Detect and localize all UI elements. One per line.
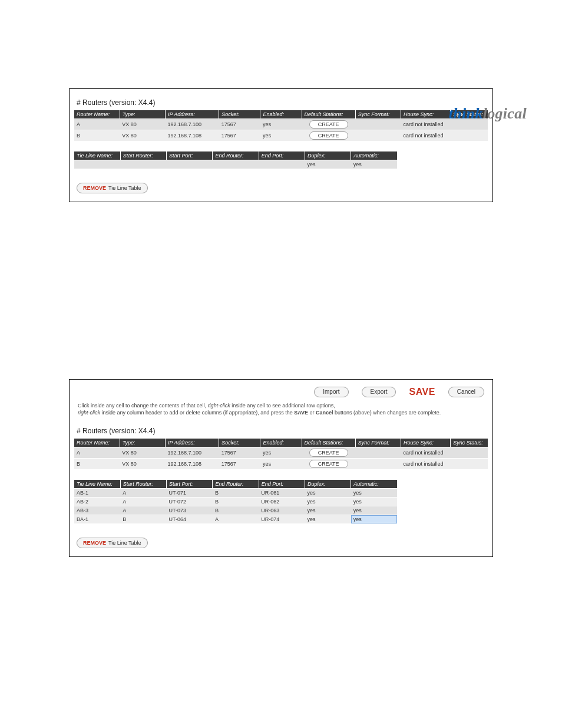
col-start-router[interactable]: Start Router: bbox=[120, 151, 166, 160]
cell-duplex[interactable]: yes bbox=[305, 506, 351, 515]
col-automatic[interactable]: Automatic: bbox=[351, 480, 397, 489]
col-tieline-name[interactable]: Tie Line Name: bbox=[74, 151, 120, 160]
cell-sync-status[interactable] bbox=[451, 447, 488, 459]
cell-router-socket[interactable]: 17567 bbox=[219, 459, 260, 470]
col-duplex[interactable]: Duplex: bbox=[305, 480, 351, 489]
cancel-button[interactable]: Cancel bbox=[448, 387, 484, 397]
cell-router-socket[interactable]: 17567 bbox=[219, 447, 260, 459]
cell-house-sync[interactable]: card not installed bbox=[401, 119, 451, 130]
routers-header-row[interactable]: Router Name: Type: IP Address: Socket: E… bbox=[74, 110, 488, 119]
cell-router-ip[interactable]: 192.168.7.100 bbox=[165, 119, 219, 130]
cell-router-socket[interactable]: 17567 bbox=[219, 119, 260, 130]
create-button[interactable]: CREATE bbox=[309, 460, 348, 468]
col-router-name[interactable]: Router Name: bbox=[74, 110, 120, 119]
import-button[interactable]: Import bbox=[314, 387, 348, 397]
col-start-router[interactable]: Start Router: bbox=[120, 480, 166, 489]
cell-automatic-selected[interactable]: yes bbox=[351, 515, 397, 524]
cell-tieline-name[interactable]: AB-1 bbox=[74, 489, 120, 498]
cell-router-ip[interactable]: 192.168.7.100 bbox=[165, 447, 219, 459]
create-button[interactable]: CREATE bbox=[309, 120, 348, 129]
cell-sync-format[interactable] bbox=[355, 119, 401, 130]
cell-house-sync[interactable]: card not installed bbox=[401, 130, 451, 141]
cell-tieline-name[interactable] bbox=[74, 160, 120, 169]
col-sync-status[interactable]: Sync Status: bbox=[451, 439, 488, 447]
cell-start-router[interactable]: B bbox=[120, 515, 166, 524]
col-enabled[interactable]: Enabled: bbox=[260, 439, 302, 447]
col-enabled[interactable]: Enabled: bbox=[260, 110, 302, 119]
cell-sync-format[interactable] bbox=[355, 447, 401, 459]
cell-start-router[interactable] bbox=[120, 160, 166, 169]
col-type[interactable]: Type: bbox=[120, 110, 165, 119]
cell-router-type[interactable]: VX 80 bbox=[120, 130, 165, 141]
router-row[interactable]: B VX 80 192.168.7.108 17567 yes CREATE c… bbox=[74, 130, 488, 141]
cell-sync-format[interactable] bbox=[355, 459, 401, 470]
col-ip[interactable]: IP Address: bbox=[165, 439, 219, 447]
cell-router-name[interactable]: A bbox=[74, 447, 120, 459]
cell-automatic[interactable]: yes bbox=[351, 160, 397, 169]
cell-tieline-name[interactable]: AB-3 bbox=[74, 506, 120, 515]
cell-end-router[interactable]: A bbox=[213, 515, 259, 524]
cell-duplex[interactable]: yes bbox=[305, 160, 351, 169]
cell-router-name[interactable]: B bbox=[74, 130, 120, 141]
cell-duplex[interactable]: yes bbox=[305, 498, 351, 506]
cell-start-port[interactable]: UT-073 bbox=[167, 506, 213, 515]
cell-duplex[interactable]: yes bbox=[305, 489, 351, 498]
cell-router-enabled[interactable]: yes bbox=[260, 119, 302, 130]
cell-default-stations[interactable]: CREATE bbox=[302, 459, 355, 470]
cell-router-enabled[interactable]: yes bbox=[260, 447, 302, 459]
cell-end-port[interactable] bbox=[259, 160, 305, 169]
cell-start-port[interactable]: UT-064 bbox=[167, 515, 213, 524]
create-button[interactable]: CREATE bbox=[309, 131, 348, 140]
col-sync-format[interactable]: Sync Format: bbox=[355, 110, 401, 119]
cell-duplex[interactable]: yes bbox=[305, 515, 351, 524]
create-button[interactable]: CREATE bbox=[309, 449, 348, 457]
col-end-router[interactable]: End Router: bbox=[213, 151, 259, 160]
col-automatic[interactable]: Automatic: bbox=[351, 151, 397, 160]
col-socket[interactable]: Socket: bbox=[219, 439, 260, 447]
col-house-sync[interactable]: House Sync: bbox=[401, 110, 451, 119]
cell-end-router[interactable]: B bbox=[213, 489, 259, 498]
col-end-router[interactable]: End Router: bbox=[213, 480, 259, 489]
cell-start-router[interactable]: A bbox=[120, 489, 166, 498]
cell-router-enabled[interactable]: yes bbox=[260, 130, 302, 141]
cell-router-ip[interactable]: 192.168.7.108 bbox=[165, 130, 219, 141]
cell-sync-status[interactable] bbox=[451, 459, 488, 470]
export-button[interactable]: Export bbox=[362, 387, 396, 397]
col-type[interactable]: Type: bbox=[120, 439, 165, 447]
tieline-row[interactable]: AB-1 A UT-071 B UR-061 yes yes bbox=[74, 489, 397, 498]
cell-start-port[interactable]: UT-072 bbox=[167, 498, 213, 506]
tieline-row[interactable]: AB-2 A UT-072 B UR-062 yes yes bbox=[74, 498, 397, 506]
cell-end-port[interactable]: UR-062 bbox=[259, 498, 305, 506]
cell-router-name[interactable]: B bbox=[74, 459, 120, 470]
cell-default-stations[interactable]: CREATE bbox=[302, 130, 355, 141]
cell-router-name[interactable]: A bbox=[74, 119, 120, 130]
col-router-name[interactable]: Router Name: bbox=[74, 439, 120, 447]
cell-house-sync[interactable]: card not installed bbox=[401, 447, 451, 459]
tieline-row[interactable]: yes yes bbox=[74, 160, 397, 169]
cell-start-router[interactable]: A bbox=[120, 498, 166, 506]
col-end-port[interactable]: End Port: bbox=[259, 151, 305, 160]
cell-router-socket[interactable]: 17567 bbox=[219, 130, 260, 141]
cell-start-port[interactable]: UT-071 bbox=[167, 489, 213, 498]
remove-tieline-button[interactable]: REMOVE Tie Line Table bbox=[77, 538, 148, 548]
cell-end-port[interactable]: UR-061 bbox=[259, 489, 305, 498]
cell-end-router[interactable]: B bbox=[213, 506, 259, 515]
cell-sync-status[interactable] bbox=[451, 130, 488, 141]
cell-router-ip[interactable]: 192.168.7.108 bbox=[165, 459, 219, 470]
col-socket[interactable]: Socket: bbox=[219, 110, 260, 119]
col-house-sync[interactable]: House Sync: bbox=[401, 439, 451, 447]
cell-end-router[interactable] bbox=[213, 160, 259, 169]
col-default-stations[interactable]: Default Stations: bbox=[302, 439, 355, 447]
cell-router-type[interactable]: VX 80 bbox=[120, 459, 165, 470]
col-end-port[interactable]: End Port: bbox=[259, 480, 305, 489]
tieline-row[interactable]: AB-3 A UT-073 B UR-063 yes yes bbox=[74, 506, 397, 515]
cell-end-router[interactable]: B bbox=[213, 498, 259, 506]
cell-automatic[interactable]: yes bbox=[351, 489, 397, 498]
cell-automatic[interactable]: yes bbox=[351, 506, 397, 515]
cell-router-type[interactable]: VX 80 bbox=[120, 119, 165, 130]
col-default-stations[interactable]: Default Stations: bbox=[302, 110, 355, 119]
cell-automatic[interactable]: yes bbox=[351, 498, 397, 506]
col-duplex[interactable]: Duplex: bbox=[305, 151, 351, 160]
tieline-header-row[interactable]: Tie Line Name: Start Router: Start Port:… bbox=[74, 151, 397, 160]
cell-start-port[interactable] bbox=[167, 160, 213, 169]
